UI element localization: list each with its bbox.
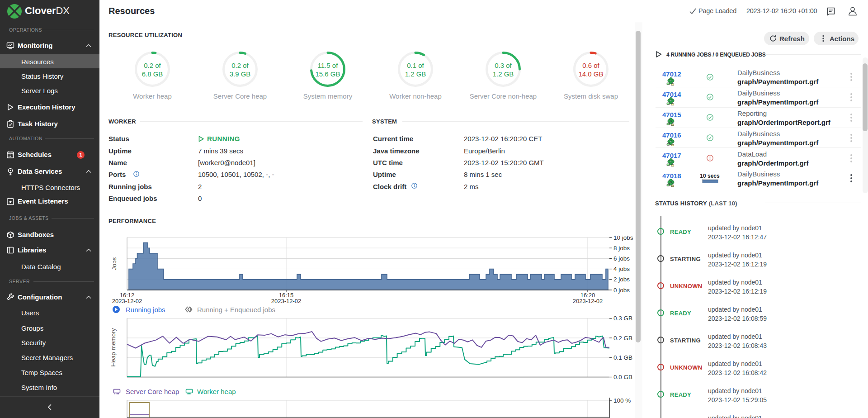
svg-text:2 jobs: 2 jobs (613, 276, 630, 283)
svg-text:4 jobs: 4 jobs (613, 266, 630, 272)
svg-text:0 jobs: 0 jobs (613, 287, 630, 294)
svg-text:2023-12-02: 2023-12-02 (271, 298, 302, 304)
svg-text:0.6 of: 0.6 of (582, 62, 599, 69)
svg-text:14.0 GB: 14.0 GB (578, 70, 603, 78)
svg-text:11.5 of: 11.5 of (318, 62, 339, 69)
svg-text:2023-12-02: 2023-12-02 (573, 298, 603, 304)
svg-text:0.1 of: 0.1 of (407, 62, 424, 69)
svg-text:Heap memory: Heap memory (110, 328, 117, 366)
svg-text:1.2 GB: 1.2 GB (493, 70, 514, 78)
svg-text:2023-12-02: 2023-12-02 (112, 298, 142, 304)
svg-text:0.1 GB: 0.1 GB (613, 354, 632, 361)
svg-text:8 jobs: 8 jobs (613, 245, 630, 252)
svg-text:10 jobs: 10 jobs (613, 234, 633, 241)
svg-text:15.6 GB: 15.6 GB (315, 70, 340, 78)
svg-text:3.9 GB: 3.9 GB (230, 70, 251, 78)
svg-text:100 %: 100 % (613, 397, 631, 404)
svg-text:0.2 GB: 0.2 GB (613, 335, 632, 342)
svg-text:Jobs: Jobs (111, 257, 118, 270)
svg-text:0.2 of: 0.2 of (231, 62, 249, 69)
svg-text:0.3 of: 0.3 of (495, 62, 512, 69)
svg-text:6 jobs: 6 jobs (613, 255, 630, 262)
svg-text:0.0 GB: 0.0 GB (613, 374, 632, 380)
svg-text:6.8 GB: 6.8 GB (142, 70, 163, 78)
svg-text:1.2 GB: 1.2 GB (405, 70, 426, 78)
svg-text:0.2 of: 0.2 of (144, 62, 161, 69)
svg-text:0.3 GB: 0.3 GB (613, 315, 632, 322)
